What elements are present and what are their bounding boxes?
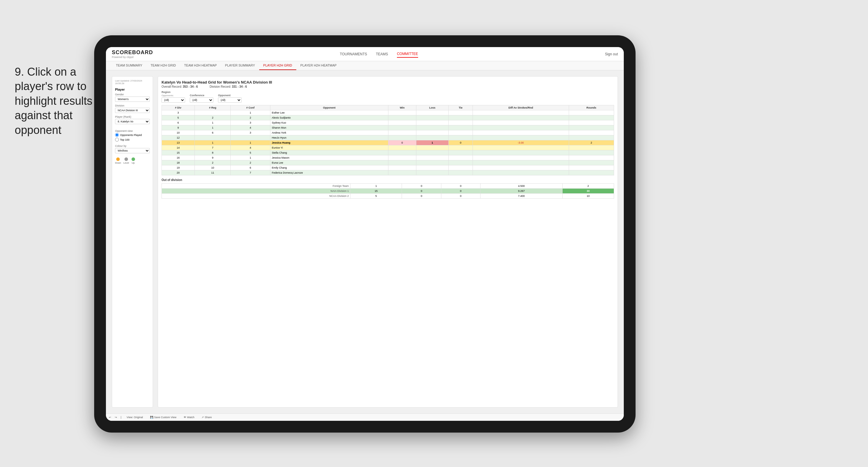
col-reg: # Reg	[195, 105, 231, 111]
panel-title: Katelyn Vo Head-to-Head Grid for Women's…	[161, 80, 614, 85]
col-div: # Div	[162, 105, 195, 111]
tab-team-summary[interactable]: TEAM SUMMARY	[112, 61, 147, 70]
opponent-filter: Opponent (All)	[218, 94, 242, 103]
opponent-select[interactable]: (All)	[218, 97, 242, 103]
view-original-btn[interactable]: View: Original	[125, 415, 145, 419]
conference-select[interactable]: (All)	[190, 97, 213, 103]
table-row[interactable]: 3 1 Esther Lee	[162, 111, 614, 115]
table-row[interactable]: 9 1 4 Sharon Mun	[162, 125, 614, 130]
top100-radio[interactable]: Top 100	[115, 138, 150, 142]
sidebar-timestamp: Last Updated: 27/03/2024 16:55:28	[115, 80, 150, 85]
opponents-played-radio[interactable]: Opponents Played	[115, 133, 150, 137]
tab-player-summary[interactable]: PLAYER SUMMARY	[221, 61, 259, 70]
out-of-division-label: Out of division	[161, 178, 614, 182]
region-select[interactable]: (All)	[161, 97, 185, 103]
tablet-frame: SCOREBOARD Powered by clippd TOURNAMENTS…	[94, 35, 636, 433]
table-row[interactable]: 13 1 1 Jessica Huang 0 1 0 -3.00 2	[162, 141, 614, 145]
save-custom-btn[interactable]: 💾 Save Custom View	[148, 415, 178, 419]
opponents-label: Opponents:	[161, 94, 185, 97]
share-icon: ↗	[202, 416, 204, 419]
col-tie: Tie	[448, 105, 472, 111]
main-content: Last Updated: 27/03/2024 16:55:28 Player…	[106, 70, 624, 413]
col-conf: # Conf	[231, 105, 270, 111]
table-row[interactable]: 19 10 6 Emily Chang	[162, 165, 614, 170]
toolbar-redo[interactable]: ↪	[115, 416, 117, 419]
logo: SCOREBOARD	[112, 50, 153, 56]
table-row[interactable]: 6 1 3 Sydney Kuo	[162, 120, 614, 125]
tab-team-h2h-heatmap[interactable]: TEAM H2H HEATMAP	[180, 61, 221, 70]
eye-icon: 👁	[184, 416, 186, 419]
col-loss: Loss	[416, 105, 448, 111]
table-row[interactable]: 20 11 7 Federica Domecq Lacroze	[162, 170, 614, 176]
nav-links: TOURNAMENTS TEAMS COMMITTEE	[340, 51, 418, 58]
sign-out[interactable]: Sign out	[605, 52, 618, 56]
conference-filter: Conference (All)	[190, 94, 213, 103]
out-of-division-table: Foreign Team 1 0 0 4.500 2 NAIA Division…	[161, 183, 614, 199]
colour-section: Colour by Win/loss Down Level	[115, 145, 150, 164]
sidebar-division-select[interactable]: NCAA Division III	[115, 108, 150, 113]
nav-committee[interactable]: COMMITTEE	[397, 51, 418, 58]
out-div-row[interactable]: NAIA Division 1 15 0 0 9.267 30	[162, 189, 614, 194]
table-row[interactable]: 16 9 1 Jessica Mason	[162, 155, 614, 160]
tablet-screen: SCOREBOARD Powered by clippd TOURNAMENTS…	[106, 47, 624, 421]
sidebar-player-rank-label: Player (Rank)	[115, 115, 150, 118]
h2h-grid-table: # Div # Reg # Conf Opponent Win Loss Tie…	[161, 105, 614, 176]
logo-area: SCOREBOARD Powered by clippd	[112, 50, 153, 59]
table-row[interactable]: 15 8 5 Stella Chang	[162, 150, 614, 155]
col-win: Win	[389, 105, 416, 111]
col-opponent: Opponent	[270, 105, 388, 111]
sidebar: Last Updated: 27/03/2024 16:55:28 Player…	[112, 76, 153, 408]
level-dot	[124, 157, 128, 161]
toolbar: ↩ ↪ | View: Original 💾 Save Custom View …	[106, 413, 624, 421]
out-div-row[interactable]: Foreign Team 1 0 0 4.500 2	[162, 184, 614, 189]
region-filter: Region Opponents: (All)	[161, 91, 185, 103]
instruction-text: 9. Click on a player's row to highlight …	[15, 65, 97, 137]
tab-player-h2h-grid[interactable]: PLAYER H2H GRID	[259, 61, 296, 70]
table-row[interactable]: 5 2 2 Alexis Sudjianto	[162, 115, 614, 120]
tab-team-h2h-grid[interactable]: TEAM H2H GRID	[147, 61, 180, 70]
down-dot	[116, 157, 120, 161]
tab-player-h2h-heatmap[interactable]: PLAYER H2H HEATMAP	[296, 61, 341, 70]
sub-nav: TEAM SUMMARY TEAM H2H GRID TEAM H2H HEAT…	[106, 61, 624, 70]
toolbar-undo[interactable]: ↩	[109, 416, 111, 419]
sidebar-player-title: Player	[115, 88, 150, 91]
dot-legend: Down Level Up	[115, 157, 150, 164]
overall-record-label: Overall Record: 353 - 34 - 6	[161, 85, 198, 88]
top-nav: SCOREBOARD Powered by clippd TOURNAMENTS…	[106, 47, 624, 61]
table-row[interactable]: 10 6 3 Andrea York	[162, 130, 614, 135]
share-btn[interactable]: ↗ Share	[200, 415, 214, 419]
save-icon: 💾	[150, 416, 153, 419]
opponent-view-section: Opponent view Opponents Played Top 100	[115, 129, 150, 142]
sidebar-gender-label: Gender	[115, 93, 150, 96]
table-row[interactable]: 12 HeeJo Hyun	[162, 135, 614, 141]
logo-sub: Powered by clippd	[112, 56, 153, 59]
nav-teams[interactable]: TEAMS	[376, 51, 388, 57]
division-record-label: Division Record: 331 - 34 - 6	[210, 85, 247, 88]
nav-tournaments[interactable]: TOURNAMENTS	[340, 51, 367, 57]
sidebar-division-label: Division	[115, 104, 150, 107]
opponent-view-label: Opponent view	[115, 129, 150, 132]
out-div-row[interactable]: NCAA Division 2 5 0 0 7.400 10	[162, 194, 614, 199]
up-dot	[131, 157, 135, 161]
colour-by-label: Colour by	[115, 145, 150, 148]
table-row[interactable]: 14 7 4 Eunice Yi	[162, 145, 614, 150]
panel-records: Overall Record: 353 - 34 - 6 Division Re…	[161, 85, 614, 88]
table-row[interactable]: 18 2 2 Euna Lee	[162, 160, 614, 165]
watch-btn[interactable]: 👁 Watch	[182, 415, 196, 419]
data-panel: Katelyn Vo Head-to-Head Grid for Women's…	[158, 76, 618, 408]
col-rounds: Rounds	[569, 105, 614, 111]
toolbar-sep: |	[121, 416, 121, 419]
colour-by-select[interactable]: Win/loss	[115, 148, 150, 153]
filter-row: Region Opponents: (All) Conference (All)	[161, 91, 614, 103]
sidebar-gender-select[interactable]: Women's	[115, 96, 150, 102]
sidebar-player-rank-select[interactable]: 8. Katelyn Vo	[115, 119, 150, 124]
col-diff: Diff Av Strokes/Rnd	[472, 105, 569, 111]
